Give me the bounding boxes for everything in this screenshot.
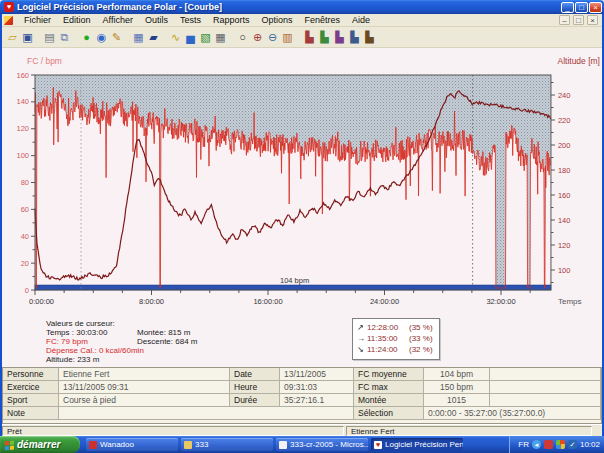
report-month-icon[interactable]: ▙ [317,30,332,45]
chart-options-icon[interactable]: ▥ [280,30,295,45]
cursor-calories: Dépense Cal.: 0 kcal/60min [46,346,144,355]
y-right-tick-label: 200 [558,141,571,150]
menu-fenetres[interactable]: Fenêtres [299,15,347,25]
color-grid-tray-icon[interactable] [556,440,565,449]
label-fc-moyenne: FC moyenne [354,368,424,381]
copy-icon[interactable]: ⧉ [57,30,72,45]
value-montee: 1015 [424,394,490,407]
polar-app-icon: ♥ [4,2,14,12]
y-left-tick-label: 40 [21,232,29,241]
label-fc-max: FC max [354,381,424,394]
taskbar-tasks: Wanadoo333333-cr-2005 - Micros...♥Logici… [86,438,463,451]
curve-view-icon[interactable]: ∿ [168,30,183,45]
task-folder[interactable]: 333 [181,438,273,451]
cursor-values-panel: Valeurs de curseur: Temps : 30:03:00 FC:… [2,316,602,367]
chart-canvas[interactable]: FC / bpm020406080100120140160Altitude [m… [2,48,602,316]
menu-options[interactable]: Options [255,15,298,25]
menu-tests[interactable]: Tests [174,15,207,25]
menu-afficher[interactable]: Afficher [97,15,139,25]
desktop: ♥ Logiciel Précision Performance Polar -… [0,0,604,453]
label-sport: Sport [3,394,59,407]
toolbar-separator [228,30,235,45]
toolbar-separator [72,30,79,45]
clock[interactable]: 10:02 [580,440,600,449]
report-compare-icon[interactable]: ▙ [347,30,362,45]
value-note[interactable] [59,407,354,420]
minimize-button[interactable]: _ [561,2,574,13]
menu-aide[interactable]: Aide [346,15,376,25]
report-year-icon[interactable]: ▙ [332,30,347,45]
mdi-restore-button[interactable]: □ [573,15,584,25]
toolbar-separator [295,30,302,45]
menu-rapports[interactable]: Rapports [207,15,256,25]
total-descent: Descente: 684 m [137,337,197,346]
label-exercice: Exercice [3,381,59,394]
x-tick-label: 8:00:00 [139,297,164,306]
ascent-split-box: ↗ 12:28:00 (35 %) → 11:35:00 (33 %) ↘ 11… [352,318,440,360]
stopwatch-icon[interactable]: ● [79,30,94,45]
y-right-tick-label: 120 [558,241,571,250]
grid-view-icon[interactable]: ▦ [213,30,228,45]
mdi-minimize-button[interactable]: – [559,15,570,25]
x-tick-label: 0:00:00 [29,297,54,306]
label-heure: Heure [230,381,280,394]
edit-pen-icon[interactable]: ✎ [109,30,124,45]
back-arrow-tray-icon[interactable]: ◂ [532,440,541,449]
watch-icon[interactable]: ◉ [94,30,109,45]
menu-outils[interactable]: Outils [139,15,174,25]
task-word-doc[interactable]: 333-cr-2005 - Micros... [276,438,368,451]
label-date: Date [230,368,280,381]
x-tick-label: 32:00:00 [486,297,515,306]
report-totals-icon[interactable]: ▙ [362,30,377,45]
language-indicator[interactable]: FR [518,440,529,449]
mdi-close-button[interactable]: × [587,15,598,25]
value-fc-moyenne: 104 bpm [424,368,490,381]
toolbar-separator [161,30,168,45]
menu-edition[interactable]: Edition [57,15,97,25]
selection-range-bar[interactable] [35,285,551,290]
report-week-icon[interactable]: ▙ [302,30,317,45]
y-left-tick-label: 160 [16,71,29,80]
excel-chart-icon[interactable]: ▧ [198,30,213,45]
task-wanadoo[interactable]: Wanadoo [86,438,178,451]
menu-fichier[interactable]: Fichier [18,15,57,25]
average-hr-label: 104 bpm [280,276,309,285]
cursor-fc: FC: 79 bpm [46,337,144,346]
word-doc-icon [279,441,287,449]
exercise-summary-table: Personne Etienne Fert Date 13/11/2005 FC… [2,367,602,424]
close-button[interactable]: × [589,2,602,13]
y-right-tick-label: 180 [558,166,571,175]
folder-icon [184,441,192,449]
print-icon[interactable]: ▤ [42,30,57,45]
taskbar: démarrer Wanadoo333333-cr-2005 - Micros.… [0,436,604,453]
y-left-tick-label: 80 [21,178,29,187]
window-title: Logiciel Précision Performance Polar - [… [17,2,561,12]
calendar-icon[interactable]: ▦ [131,30,146,45]
total-ascent: Montée: 815 m [137,328,197,337]
hr-altitude-chart[interactable]: FC / bpm020406080100120140160Altitude [m… [2,48,602,316]
start-button[interactable]: démarrer [0,436,80,453]
y-left-tick-label: 0 [25,286,29,295]
value-exercice: 13/11/2005 09:31 [59,381,230,394]
toolbar-separator [35,30,42,45]
window-titlebar[interactable]: ♥ Logiciel Précision Performance Polar -… [0,0,604,14]
security-tray-icon[interactable] [544,440,553,449]
polar-app-icon: ♥ [374,441,382,449]
maximize-button[interactable]: □ [575,2,588,13]
open-file-icon[interactable]: ▱ [5,30,20,45]
courbe-document-icon[interactable] [4,16,13,25]
diary-icon[interactable]: ▰ [146,30,161,45]
zoom-out-icon[interactable]: ⊖ [265,30,280,45]
zoom-in-icon[interactable]: ⊕ [250,30,265,45]
bar-chart-icon[interactable]: ▅ [183,30,198,45]
label-note: Note [3,407,59,420]
start-label: démarrer [17,439,60,450]
y-right-tick-label: 160 [558,191,571,200]
toolbar-separator [124,30,131,45]
toolbar: ▱▣▤⧉●◉✎▦▰∿▅▧▦○⊕⊖▥▙▙▙▙▙ [2,27,602,48]
task-polar-app[interactable]: ♥Logiciel Précision Perf... [371,438,463,451]
value-personne: Etienne Fert [59,368,230,381]
pen-tray-icon[interactable]: ✓ [568,440,577,449]
zoom-icon[interactable]: ○ [235,30,250,45]
save-icon[interactable]: ▣ [20,30,35,45]
